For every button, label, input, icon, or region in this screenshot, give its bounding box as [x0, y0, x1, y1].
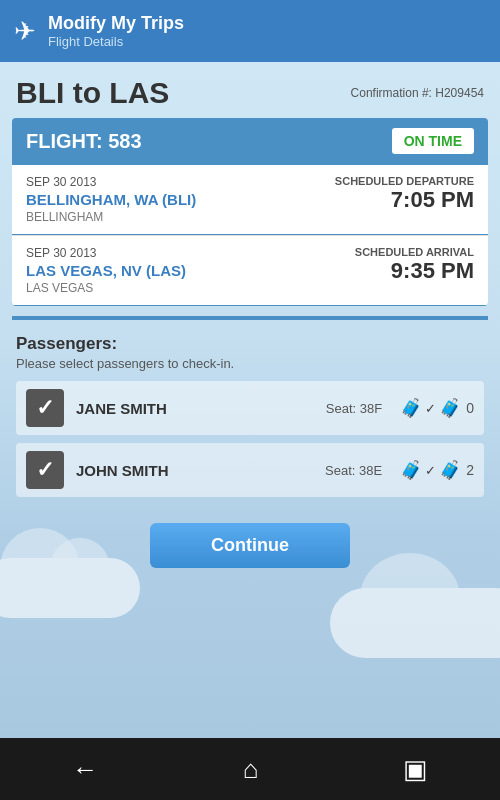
departure-scheduled-label: SCHEDULED DEPARTURE: [335, 175, 474, 187]
departure-city: BELLINGHAM, WA (BLI): [26, 191, 196, 208]
bag-check-icon: ✓: [425, 463, 436, 478]
passenger-1-name: JANE SMITH: [76, 400, 314, 417]
header-subtitle: Flight Details: [48, 34, 184, 49]
large-bag-icon: 🧳: [439, 459, 461, 481]
continue-button[interactable]: Continue: [150, 523, 350, 568]
small-bag-icon: 🧳: [400, 459, 422, 481]
large-bag-icon: 🧳: [439, 397, 461, 419]
checkmark-icon: ✓: [36, 457, 54, 483]
flight-status-badge: ON TIME: [392, 128, 474, 154]
passengers-section: Passengers: Please select passengers to …: [0, 330, 500, 509]
passenger-1-seat: Seat: 38F: [326, 401, 382, 416]
passenger-1-bag-count: 0: [466, 400, 474, 416]
arrival-scheduled-label: SCHEDULED ARRIVAL: [355, 246, 474, 258]
section-divider: [12, 316, 488, 320]
flight-header: FLIGHT: 583 ON TIME: [12, 118, 488, 164]
page-title: BLI to LAS: [16, 76, 169, 110]
arrival-city: LAS VEGAS, NV (LAS): [26, 262, 186, 279]
passenger-2-checkbox[interactable]: ✓: [26, 451, 64, 489]
passengers-subtitle: Please select passengers to check-in.: [16, 356, 484, 371]
flight-number: FLIGHT: 583: [26, 130, 142, 153]
checkmark-icon: ✓: [36, 395, 54, 421]
app-header: ✈ Modify My Trips Flight Details: [0, 0, 500, 62]
arrival-row: SEP 30 2013 LAS VEGAS, NV (LAS) LAS VEGA…: [12, 235, 488, 305]
main-content: BLI to LAS Confirmation #: H209454 FLIGH…: [0, 62, 500, 738]
passenger-row[interactable]: ✓ JOHN SMITH Seat: 38E 🧳 ✓ 🧳 2: [16, 443, 484, 497]
cloud-decoration-1: [0, 558, 140, 618]
bag-check-icon: ✓: [425, 401, 436, 416]
page-title-row: BLI to LAS Confirmation #: H209454: [0, 62, 500, 118]
passenger-2-seat: Seat: 38E: [325, 463, 382, 478]
passenger-2-bags: 🧳 ✓ 🧳 2: [400, 459, 474, 481]
passengers-title: Passengers:: [16, 334, 484, 354]
recent-apps-button[interactable]: ▣: [403, 754, 428, 785]
back-button[interactable]: ←: [72, 754, 98, 785]
confirmation-number: Confirmation #: H209454: [351, 86, 484, 100]
header-title: Modify My Trips: [48, 13, 184, 34]
passenger-1-checkbox[interactable]: ✓: [26, 389, 64, 427]
home-button[interactable]: ⌂: [243, 754, 259, 785]
arrival-city-name: LAS VEGAS: [26, 281, 186, 295]
arrival-time: 9:35 PM: [391, 258, 474, 284]
passenger-2-bag-count: 2: [466, 462, 474, 478]
passenger-1-bags: 🧳 ✓ 🧳 0: [400, 397, 474, 419]
passenger-2-name: JOHN SMITH: [76, 462, 313, 479]
passenger-row[interactable]: ✓ JANE SMITH Seat: 38F 🧳 ✓ 🧳 0: [16, 381, 484, 435]
cloud-decoration-2: [330, 588, 500, 658]
bottom-nav-bar: ← ⌂ ▣: [0, 738, 500, 800]
departure-row: SEP 30 2013 BELLINGHAM, WA (BLI) BELLING…: [12, 165, 488, 234]
departure-city-name: BELLINGHAM: [26, 210, 196, 224]
small-bag-icon: 🧳: [400, 397, 422, 419]
airplane-icon: ✈: [14, 16, 36, 47]
departure-date: SEP 30 2013: [26, 175, 196, 189]
arrival-date: SEP 30 2013: [26, 246, 186, 260]
departure-time: 7:05 PM: [391, 187, 474, 213]
flight-card: FLIGHT: 583 ON TIME SEP 30 2013 BELLINGH…: [12, 118, 488, 306]
